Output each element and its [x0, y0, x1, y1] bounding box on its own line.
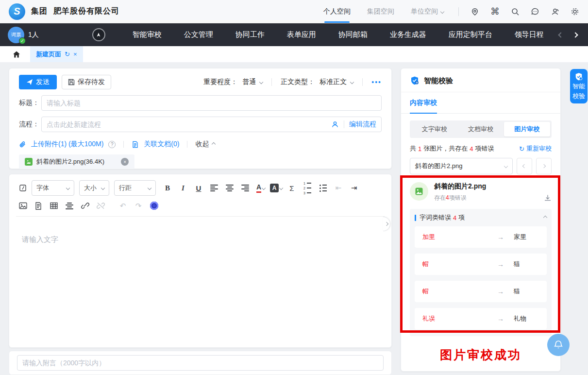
- error-row[interactable]: 帽 → 猫: [415, 281, 547, 302]
- chevron-down-icon: [440, 9, 444, 13]
- notification-bell-button[interactable]: [547, 334, 570, 356]
- settings-icon[interactable]: [571, 7, 579, 16]
- redo-icon[interactable]: ↷: [132, 199, 145, 213]
- apps-icon[interactable]: ⌘: [490, 7, 500, 16]
- recheck-button[interactable]: ↻ 重新审校: [519, 144, 552, 153]
- chevron-up-icon: [212, 142, 216, 146]
- insert-image-icon[interactable]: [16, 199, 30, 213]
- nav-item-leader-schedule[interactable]: 领导日程: [515, 30, 544, 39]
- collapse-toggle[interactable]: 收起: [195, 140, 215, 149]
- unordered-list-icon[interactable]: [316, 181, 330, 195]
- nav-item-mail[interactable]: 协同邮箱: [338, 30, 368, 39]
- app-logo-icon: S: [9, 3, 25, 20]
- title-input[interactable]: [47, 99, 376, 107]
- insert-table-icon[interactable]: [47, 199, 61, 213]
- help-icon[interactable]: ?: [108, 141, 116, 148]
- person-icon[interactable]: [331, 120, 339, 128]
- nav-item-forms[interactable]: 表单应用: [287, 30, 316, 39]
- send-button[interactable]: 发送: [19, 75, 57, 89]
- align-center-icon[interactable]: [223, 181, 236, 195]
- plugin-icon[interactable]: [147, 199, 161, 213]
- outdent-icon[interactable]: ⇤: [332, 181, 345, 195]
- edit-flow-link[interactable]: 编辑流程: [349, 120, 376, 129]
- nav-item-custom-platform[interactable]: 应用定制平台: [449, 30, 492, 39]
- smart-check-side-button[interactable]: 智能 校验: [570, 69, 588, 103]
- service-icon[interactable]: [551, 7, 559, 16]
- word-error-header[interactable]: 字词类错误 4 项: [410, 209, 552, 226]
- avatar[interactable]: 谔票 ✓: [8, 27, 24, 43]
- bold-icon[interactable]: B: [161, 181, 174, 195]
- tab-unit-space[interactable]: 单位空间: [411, 0, 444, 23]
- nav-next-icon[interactable]: [572, 32, 578, 37]
- error-row[interactable]: 帽 → 猫: [415, 254, 547, 275]
- tab-content-review[interactable]: 内容审校: [410, 92, 437, 113]
- save-draft-button[interactable]: 保存待发: [62, 75, 111, 89]
- main-navbar: 谔票 ✓ 1人 智能审校 公文管理 协同工作 表单应用 协同邮箱 业务生成器 应…: [0, 23, 588, 46]
- align-left-icon[interactable]: [207, 181, 221, 195]
- nav-item-biz-generator[interactable]: 业务生成器: [390, 30, 426, 39]
- error-row[interactable]: 加里 → 家里: [415, 226, 547, 248]
- subtab-image-review[interactable]: 图片审校: [504, 122, 550, 136]
- editor-body[interactable]: 请输入文字: [9, 217, 391, 263]
- unlink-icon[interactable]: [94, 199, 107, 213]
- paper-plane-icon: [26, 79, 33, 85]
- related-docs-link[interactable]: 关联文档(0): [144, 140, 179, 149]
- bg-color-icon[interactable]: A: [269, 181, 283, 195]
- font-family-select[interactable]: 字体: [32, 180, 74, 196]
- launcher-icon[interactable]: [92, 28, 105, 41]
- flow-input[interactable]: [47, 120, 326, 128]
- nav-item-smart-review[interactable]: 智能审校: [133, 30, 162, 39]
- image-result-card: 斜着的图片2.png 存在4项错误: [401, 174, 560, 206]
- font-size-select[interactable]: 大小: [79, 180, 109, 196]
- home-icon[interactable]: [13, 46, 20, 62]
- word-error-group: 字词类错误 4 项 加里 → 家里 帽 → 猫 帽 → 猫 礼误: [410, 209, 552, 336]
- indent-icon[interactable]: ⇥: [347, 181, 361, 195]
- note-input[interactable]: [22, 359, 378, 367]
- formula-icon[interactable]: Σ: [285, 181, 299, 195]
- next-image-button[interactable]: [536, 158, 552, 174]
- line-height-select[interactable]: 行距: [114, 180, 156, 196]
- tab-refresh-icon[interactable]: ↻: [65, 51, 70, 58]
- tab-personal-space[interactable]: 个人空间: [323, 0, 351, 23]
- error-row[interactable]: 礼误 → 礼物: [415, 308, 547, 329]
- more-options-button[interactable]: •••: [371, 78, 382, 86]
- importance-select[interactable]: 普通: [242, 78, 263, 86]
- underline-icon[interactable]: U: [192, 181, 205, 195]
- subtab-text-review[interactable]: 文字审校: [411, 122, 457, 136]
- undo-icon[interactable]: ↶: [116, 199, 130, 213]
- accent-bar: [415, 215, 416, 221]
- refresh-icon: ↻: [519, 145, 524, 153]
- font-color-icon[interactable]: A: [254, 181, 268, 195]
- location-icon[interactable]: [470, 7, 479, 16]
- remove-attachment-icon[interactable]: ×: [121, 158, 129, 166]
- link-icon[interactable]: [78, 199, 92, 213]
- attachment-chip[interactable]: 斜着的图片2.png(36.4K) ×: [19, 154, 134, 169]
- bell-icon: [553, 340, 564, 350]
- arrow-right-icon: →: [497, 315, 504, 323]
- divider: [458, 7, 459, 16]
- download-icon[interactable]: [544, 194, 552, 202]
- tab-new-page[interactable]: 新建页面 ↻ ×: [30, 46, 83, 62]
- message-icon[interactable]: [531, 7, 539, 16]
- search-icon[interactable]: [511, 7, 520, 16]
- chevron-down-icon: [101, 186, 105, 190]
- image-file-select[interactable]: 斜着的图片2.png: [410, 158, 513, 174]
- italic-icon[interactable]: I: [176, 181, 190, 195]
- horizontal-rule-icon[interactable]: [63, 199, 76, 213]
- subtab-doc-review[interactable]: 文档审校: [457, 122, 504, 136]
- body-type-select[interactable]: 标准正文: [319, 78, 353, 86]
- result-file-errors: 存在4项错误: [434, 194, 486, 202]
- review-success-note: 图片审校成功: [401, 347, 560, 363]
- ordered-list-icon[interactable]: 123: [301, 181, 314, 195]
- source-edit-icon[interactable]: [16, 181, 30, 195]
- divider: [271, 78, 272, 86]
- align-right-icon[interactable]: [238, 181, 252, 195]
- upload-attachment-link[interactable]: 上传附件(1) (最大100M): [31, 140, 103, 149]
- prev-image-button[interactable]: [517, 158, 532, 174]
- insert-doc-icon[interactable]: [32, 199, 45, 213]
- nav-item-collab-work[interactable]: 协同工作: [235, 30, 265, 39]
- nav-item-doc-mgmt[interactable]: 公文管理: [184, 30, 213, 39]
- nav-prev-icon[interactable]: [558, 32, 563, 37]
- tab-group-space[interactable]: 集团空间: [367, 0, 394, 23]
- tab-close-icon[interactable]: ×: [73, 51, 77, 58]
